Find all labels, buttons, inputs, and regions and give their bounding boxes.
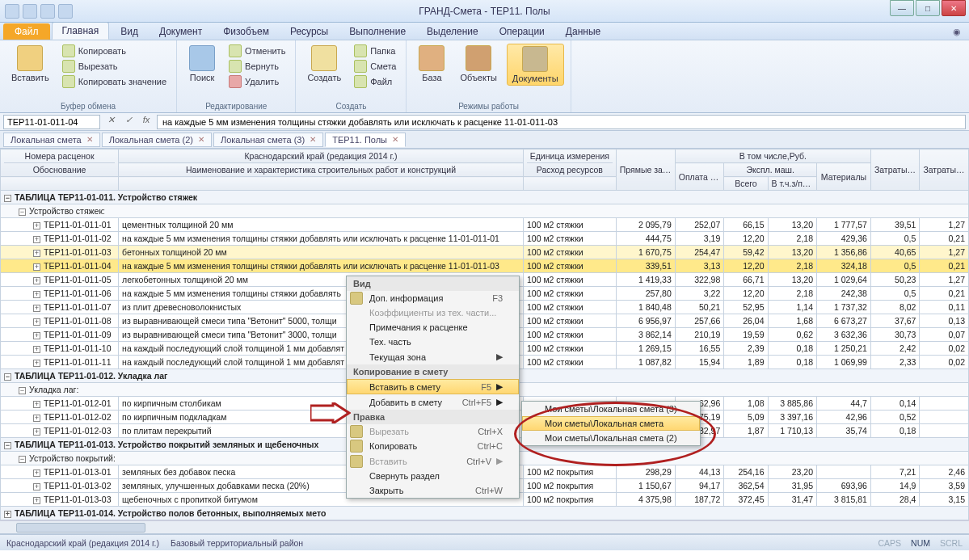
col-unit[interactable]: Единица измеренияРасход ресурсов	[523, 149, 616, 177]
minimize-button[interactable]: —	[890, 0, 914, 16]
horizontal-scrollbar[interactable]	[0, 520, 969, 533]
quick-access-toolbar	[0, 4, 73, 19]
submenu-item[interactable]: Мои сметы\Локальная смета	[522, 416, 700, 431]
col-mat[interactable]: Материалы	[817, 163, 871, 191]
close-icon[interactable]: ✕	[392, 135, 398, 144]
col-ztm[interactable]: Затраты труда маш-стов	[920, 149, 969, 191]
find-button[interactable]: Поиск	[183, 44, 221, 84]
menu-item[interactable]: Вставить в сметуF5▶	[347, 379, 519, 394]
formula-bar: ✕ ✓ fx	[0, 113, 969, 131]
create-button[interactable]: Создать	[302, 44, 346, 84]
file-tab[interactable]: Файл	[3, 23, 50, 40]
tab-data[interactable]: Данные	[556, 23, 610, 40]
group-create-label: Создать	[302, 101, 399, 112]
menu-item[interactable]: Добавить в сметуCtrl+F5▶	[347, 394, 519, 410]
fx-button[interactable]: fx	[139, 115, 154, 129]
tab-resources[interactable]: Ресурсы	[280, 23, 338, 40]
table-row[interactable]: +ТЕР11-01-011-04на каждые 5 мм изменения…	[1, 259, 969, 273]
close-button[interactable]: ✕	[942, 0, 966, 16]
find-icon	[189, 45, 215, 71]
doctab-2[interactable]: Локальная смета (2)✕	[102, 133, 212, 147]
redo-button[interactable]: Вернуть	[225, 59, 289, 74]
doctab-4[interactable]: ТЕР11. Полы✕	[325, 133, 406, 147]
table-row[interactable]: +ТЕР11-01-011-02на каждые 5 мм изменения…	[1, 232, 969, 246]
create-file-button[interactable]: Файл	[351, 74, 399, 89]
menu-item[interactable]: Текущая зона▶	[347, 349, 519, 364]
col-zt[interactable]: Затраты труда рабочих	[870, 149, 920, 191]
subgroup-row[interactable]: −Устройство стяжек:	[1, 204, 969, 218]
tab-view[interactable]: Вид	[111, 23, 148, 40]
menu-section-copy: Копирование в смету	[347, 364, 519, 379]
delete-button[interactable]: Удалить	[225, 74, 289, 89]
tab-selection[interactable]: Выделение	[417, 23, 488, 40]
accept-formula-button[interactable]: ✓	[121, 115, 136, 129]
qat-btn-2[interactable]	[23, 4, 37, 19]
undo-button[interactable]: Отменить	[225, 44, 289, 58]
group-mode-label: Режимы работы	[413, 101, 563, 112]
col-intotal[interactable]: В том числе,Руб.	[675, 149, 870, 163]
col-name[interactable]: Наименование и характеристика строительн…	[119, 163, 524, 177]
menu-item[interactable]: ЗакрытьCtrl+W	[347, 483, 519, 498]
menu-icon	[350, 425, 363, 438]
create-folder-button[interactable]: Папка	[351, 44, 399, 58]
maximize-button[interactable]: □	[916, 0, 940, 16]
close-icon[interactable]: ✕	[198, 135, 204, 144]
qat-btn-1[interactable]	[5, 4, 19, 19]
delete-icon	[229, 75, 242, 88]
document-tabs: Локальная смета✕ Локальная смета (2)✕ Ло…	[0, 131, 969, 149]
cut-button[interactable]: Вырезать	[59, 59, 170, 74]
copy-button[interactable]: Копировать	[59, 44, 170, 58]
help-icon[interactable]: ◉	[945, 24, 969, 40]
menu-item[interactable]: КопироватьCtrl+C	[347, 439, 519, 453]
status-region: Краснодарский край (редакция 2014 г.)	[6, 538, 159, 548]
submenu-item[interactable]: Мои сметы\Локальная смета (3)	[522, 402, 700, 416]
qat-btn-3[interactable]	[40, 4, 55, 19]
table-row[interactable]: +ТЕР11-01-011-03бетонных толщиной 20 мм1…	[1, 246, 969, 259]
paste-icon	[17, 45, 43, 71]
group-row[interactable]: +ТАБЛИЦА ТЕР11-01-014. Устройство полов …	[1, 507, 969, 520]
qat-btn-4[interactable]	[58, 4, 73, 19]
base-icon	[419, 45, 444, 71]
context-menu[interactable]: Вид Доп. информацияF3Коэффициенты из тех…	[346, 276, 520, 499]
col-pay[interactable]: Оплата труда рабочих	[675, 163, 724, 191]
tab-volume[interactable]: Физобъем	[213, 23, 279, 40]
tab-execution[interactable]: Выполнение	[339, 23, 415, 40]
objects-button[interactable]: Объекты	[455, 44, 501, 84]
close-icon[interactable]: ✕	[310, 135, 316, 144]
folder-icon	[354, 44, 367, 57]
ribbon-tabs: Файл Главная Вид Документ Физобъем Ресур…	[0, 23, 969, 40]
doctab-1[interactable]: Локальная смета✕	[3, 133, 100, 147]
submenu-item[interactable]: Мои сметы\Локальная смета (2)	[522, 431, 700, 445]
status-num: NUM	[911, 538, 930, 548]
formula-input[interactable]	[157, 115, 966, 129]
col-expl[interactable]: Экспл. маш.	[724, 163, 817, 177]
paste-button[interactable]: Вставить	[6, 44, 54, 84]
cell-reference-input[interactable]	[3, 115, 100, 129]
col-numbers[interactable]: Номера расценокОбоснование	[1, 149, 119, 177]
col-region[interactable]: Краснодарский край (редакция 2014 г.)	[119, 149, 524, 163]
tab-operations[interactable]: Операции	[490, 23, 554, 40]
tab-document[interactable]: Документ	[150, 23, 212, 40]
col-mach[interactable]: В т.ч.з/пл маш-тов	[768, 177, 817, 191]
group-row[interactable]: −ТАБЛИЦА ТЕР11-01-011. Устройство стяжек	[1, 191, 969, 204]
window-title: ГРАНД-Смета - ТЕР11. Полы	[419, 6, 550, 17]
menu-item[interactable]: Доп. информацияF3	[347, 291, 519, 305]
status-scrl: SCRL	[940, 538, 963, 548]
col-direct[interactable]: Прямые затраты,Руб.	[616, 149, 675, 191]
copy-value-button[interactable]: Копировать значение	[59, 74, 170, 89]
menu-item[interactable]: Тех. часть	[347, 335, 519, 349]
documents-button[interactable]: Документы	[507, 44, 564, 86]
cancel-formula-button[interactable]: ✕	[103, 115, 118, 129]
base-button[interactable]: База	[413, 44, 450, 84]
menu-item[interactable]: Примечания к расценке	[347, 320, 519, 335]
col-all[interactable]: Всего	[724, 177, 768, 191]
table-row[interactable]: +ТЕР11-01-011-01цементных толщиной 20 мм…	[1, 218, 969, 232]
close-icon[interactable]: ✕	[86, 135, 93, 144]
menu-item[interactable]: Свернуть раздел	[347, 469, 519, 483]
objects-icon	[466, 45, 491, 71]
tab-main[interactable]: Главная	[52, 22, 110, 40]
scrollbar-thumb[interactable]	[16, 523, 145, 533]
doctab-3[interactable]: Локальная смета (3)✕	[213, 133, 323, 147]
context-submenu[interactable]: Мои сметы\Локальная смета (3)Мои сметы\Л…	[521, 401, 701, 446]
create-estimate-button[interactable]: Смета	[351, 59, 399, 74]
